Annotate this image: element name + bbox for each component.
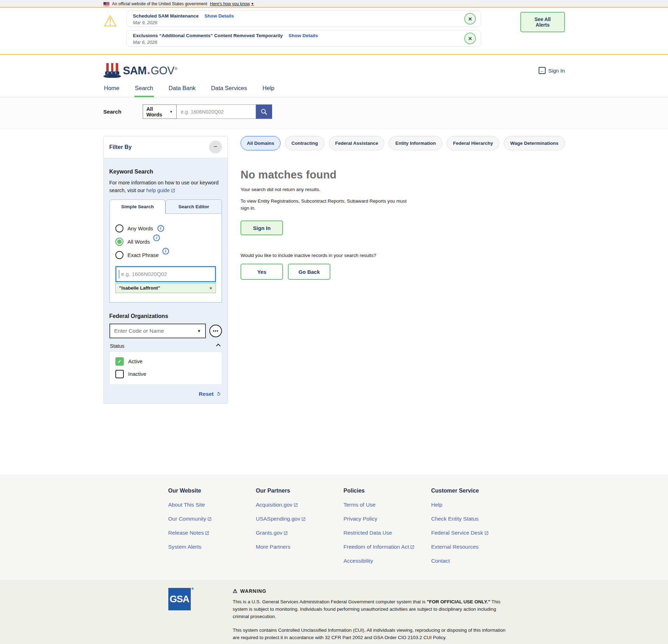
all-words-radio[interactable] — [115, 238, 123, 246]
remove-tag-button[interactable]: × — [209, 285, 212, 291]
reset-link[interactable]: Reset — [199, 391, 214, 397]
alert-list: Scheduled SAM Maintenance Show Details M… — [126, 11, 481, 50]
footer-link-release-notes[interactable]: Release Notes — [168, 530, 256, 536]
footer-link-label: Acquisition.gov — [256, 502, 292, 508]
external-link-icon — [293, 503, 298, 507]
info-icon[interactable]: i — [157, 225, 164, 232]
pill-entity-information[interactable]: Entity Information — [389, 136, 442, 150]
alert-title: Scheduled SAM Maintenance — [133, 13, 199, 19]
footer-link-accessibility[interactable]: Accessibility — [344, 558, 431, 564]
any-words-label: Any Words — [128, 225, 153, 231]
footer-link-system-alerts[interactable]: System Alerts — [168, 544, 256, 550]
nav-home[interactable]: Home — [103, 82, 120, 97]
status-box: ✓ Active Inactive — [109, 352, 222, 385]
footer-link-help[interactable]: Help — [431, 502, 519, 508]
sign-in-link[interactable]: ← Sign In — [539, 67, 565, 74]
search-strip: Search All Words ▼ — [0, 97, 668, 129]
status-row: Status — [110, 343, 222, 349]
chevron-down-icon: ▼ — [251, 2, 254, 6]
external-link-icon — [410, 545, 414, 549]
nav-data-services[interactable]: Data Services — [210, 82, 248, 97]
pill-contracting[interactable]: Contracting — [285, 136, 324, 150]
exact-phrase-radio[interactable] — [115, 251, 123, 259]
footer-links-section: Our Website About This Site Our Communit… — [0, 474, 668, 579]
footer-link-contact[interactable]: Contact — [431, 558, 519, 564]
samgov-logo[interactable]: ★ ★ ★ SAM ★ GOV ® — [103, 62, 177, 79]
tab-search-editor[interactable]: Search Editor — [166, 199, 222, 214]
pill-federal-hierarchy[interactable]: Federal Hierarchy — [447, 136, 499, 150]
footer-link-acquisition-gov[interactable]: Acquisition.gov — [256, 502, 344, 508]
search-type-select[interactable]: All Words ▼ — [143, 104, 177, 119]
warning-triangle-icon: ⚠ — [233, 588, 238, 594]
footer-link-label: Our Community — [168, 516, 207, 522]
global-search-input[interactable] — [177, 104, 256, 119]
footer-link-label: Grants.gov — [256, 530, 283, 536]
footer-heading: Customer Service — [431, 488, 519, 494]
footer-link-foia[interactable]: Freedom of Information Act — [344, 544, 431, 550]
how-you-know-link[interactable]: Here's how you know ▼ — [210, 1, 254, 6]
footer-link-label: Freedom of Information Act — [344, 544, 409, 550]
close-alert-button[interactable]: ✕ — [464, 13, 476, 25]
nav-search[interactable]: Search — [134, 82, 154, 97]
nav-data-bank[interactable]: Data Bank — [168, 82, 196, 97]
info-icon[interactable]: i — [153, 235, 160, 241]
see-all-wrap: See All Alerts — [520, 11, 565, 32]
keyword-input[interactable] — [115, 266, 216, 282]
status-label: Status — [110, 343, 124, 349]
chevron-up-icon[interactable] — [216, 344, 221, 348]
footer-link-check-entity-status[interactable]: Check Entity Status — [431, 516, 519, 522]
domain-pills: All Domains Contracting Federal Assistan… — [241, 136, 565, 150]
active-checkbox[interactable]: ✓ — [115, 357, 124, 366]
tab-simple-search[interactable]: Simple Search — [109, 199, 166, 214]
pill-wage-determinations[interactable]: Wage Determinations — [504, 136, 565, 150]
footer-link-grants-gov[interactable]: Grants.gov — [256, 530, 344, 536]
keyword-tag-label: "Isabelle Laffront" — [119, 285, 160, 291]
minus-icon: − — [214, 143, 217, 150]
footer-link-more-partners[interactable]: More Partners — [256, 544, 344, 550]
footer-link-our-community[interactable]: Our Community — [168, 516, 256, 522]
footer-link-privacy-policy[interactable]: Privacy Policy — [344, 516, 431, 522]
sign-in-hint-text: To view Entity Registrations, Subcontrac… — [241, 198, 413, 211]
more-options-button[interactable]: ••• — [209, 325, 222, 337]
footer-link-restricted-data-use[interactable]: Restricted Data Use — [344, 530, 431, 536]
any-words-radio[interactable] — [115, 224, 123, 232]
show-details-link[interactable]: Show Details — [204, 13, 234, 19]
go-back-button[interactable]: Go Back — [288, 264, 330, 280]
results-area: All Domains Contracting Federal Assistan… — [241, 136, 565, 280]
footer-link-about-this-site[interactable]: About This Site — [168, 502, 256, 508]
pill-all-domains[interactable]: All Domains — [241, 136, 281, 150]
external-link-icon — [207, 517, 212, 521]
alert-text: Exclusions “Additional Comments” Content… — [133, 32, 318, 45]
results-sign-in-button[interactable]: Sign In — [241, 221, 283, 235]
help-guide-link[interactable]: help guide — [146, 188, 175, 193]
federal-org-combobox[interactable]: Enter Code or Name ▼ — [109, 324, 206, 338]
close-alert-button[interactable]: ✕ — [464, 33, 476, 44]
search-button[interactable] — [256, 104, 272, 119]
see-all-alerts-button[interactable]: See All Alerts — [520, 12, 565, 32]
gsa-logo: GSA ® — [168, 588, 191, 610]
gov-banner: An official website of the United States… — [0, 0, 668, 8]
inactive-label: Inactive — [128, 371, 147, 377]
nav-help[interactable]: Help — [262, 82, 275, 97]
alert-date: Mar 6, 2026 — [133, 39, 318, 46]
close-icon: ✕ — [468, 16, 472, 22]
keyword-help-text: For more information on how to use our k… — [109, 179, 222, 195]
show-details-link[interactable]: Show Details — [289, 33, 318, 38]
federal-org-placeholder: Enter Code or Name — [114, 328, 164, 334]
pill-federal-assistance[interactable]: Federal Assistance — [329, 136, 385, 150]
info-icon[interactable]: i — [162, 248, 169, 255]
yes-button[interactable]: Yes — [241, 264, 283, 280]
footer-link-federal-service-desk[interactable]: Federal Service Desk — [431, 530, 519, 536]
radio-row-exact-phrase: Exact Phrase i — [115, 251, 216, 259]
registered-mark: ® — [191, 587, 194, 591]
footer-link-external-resources[interactable]: External Resources — [431, 544, 519, 550]
inactive-checkbox[interactable] — [115, 370, 124, 378]
footer-heading: Our Website — [168, 488, 256, 494]
collapse-filters-button[interactable]: − — [209, 141, 222, 154]
filter-title: Filter By — [109, 144, 132, 150]
gsa-logo-text: GSA — [170, 594, 189, 605]
footer-link-terms-of-use[interactable]: Terms of Use — [344, 502, 431, 508]
ellipsis-icon: ••• — [213, 328, 219, 333]
page: An official website of the United States… — [0, 0, 668, 644]
footer-link-usaspending-gov[interactable]: USASpending.gov — [256, 516, 344, 522]
